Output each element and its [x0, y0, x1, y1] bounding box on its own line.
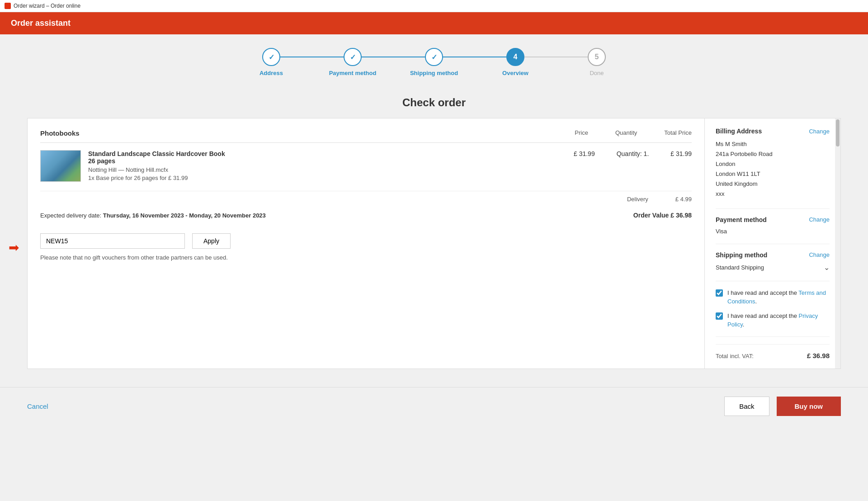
step-label-shipping: Shipping method	[410, 70, 458, 76]
step-circle-shipping	[425, 48, 443, 66]
app-icon	[5, 3, 11, 9]
total-label: Total incl. VAT:	[716, 352, 754, 359]
apply-button[interactable]: Apply	[192, 233, 231, 249]
delivery-price: £ 4.99	[675, 196, 692, 203]
main-content: Check order Photobooks Price Quantity To…	[0, 85, 868, 387]
billing-extra: xxx	[716, 189, 830, 199]
step-circle-overview: 4	[506, 48, 524, 66]
step-address[interactable]: Address	[231, 48, 312, 76]
step-connector-2	[353, 57, 434, 57]
product-price-cols: £ 31.99 Quantity: 1. £ 31.99	[574, 150, 692, 157]
footer: Cancel Back Buy now	[0, 387, 868, 425]
order-total-amount: £ 36.98	[670, 212, 692, 219]
col-quantity: Quantity	[615, 129, 637, 137]
title-bar: Order wizard – Order online	[0, 0, 868, 12]
shipping-method-header: Shipping method Change	[716, 251, 830, 259]
title-bar-text: Order wizard – Order online	[14, 3, 80, 9]
product-image	[41, 151, 80, 181]
stepper-container: Address Payment method Shipping method 4…	[0, 34, 868, 85]
shipping-method-change[interactable]: Change	[809, 251, 830, 258]
billing-postcode: London W11 1LT	[716, 169, 830, 179]
payment-method-title: Payment method	[716, 216, 767, 223]
billing-address1: 241a Portobello Road	[716, 149, 830, 159]
billing-address-header: Billing Address Change	[716, 128, 830, 135]
step-connector-4	[515, 57, 597, 57]
step-label-address: Address	[259, 70, 283, 76]
cancel-button[interactable]: Cancel	[27, 402, 48, 410]
step-label-payment: Payment method	[329, 70, 377, 76]
checkmark-icon-2	[350, 53, 356, 61]
step-number-done: 5	[595, 53, 599, 61]
billing-country: United Kingdom	[716, 179, 830, 189]
payment-method-change[interactable]: Change	[809, 216, 830, 223]
payment-method-header: Payment method Change	[716, 216, 830, 223]
step-circle-payment	[344, 48, 362, 66]
vat-text: incl. VAT:	[730, 353, 754, 359]
page-title: Check order	[27, 85, 841, 118]
product-filename: Notting Hill — Notting Hill.mcfx	[88, 166, 566, 173]
chevron-down-icon: ⌄	[824, 263, 830, 272]
footer-right: Back Buy now	[724, 397, 841, 416]
delivery-date-value: Thursday, 16 November 2023 - Monday, 20 …	[103, 212, 266, 219]
divider-1	[716, 208, 830, 209]
billing-address-change[interactable]: Change	[809, 128, 830, 135]
back-button[interactable]: Back	[724, 397, 769, 416]
section-title-photobooks: Photobooks	[40, 129, 80, 137]
step-shipping[interactable]: Shipping method	[393, 48, 475, 76]
stepper: Address Payment method Shipping method 4…	[231, 48, 637, 76]
step-number-overview: 4	[514, 53, 518, 61]
shipping-method-row: Standard Shipping ⌄	[716, 263, 830, 272]
privacy-checkbox-row: I have read and accept the Privacy Polic…	[716, 312, 830, 329]
product-table-header: Photobooks Price Quantity Total Price	[40, 129, 692, 143]
order-value-row: Expected delivery date: Thursday, 16 Nov…	[40, 207, 692, 226]
app-header-title: Order assistant	[11, 19, 71, 28]
billing-address-title: Billing Address	[716, 128, 762, 135]
order-total: Order Value £ 36.98	[633, 212, 692, 219]
delivery-row: Delivery £ 4.99	[40, 191, 692, 207]
buy-now-button[interactable]: Buy now	[777, 397, 841, 416]
content-wrapper: Photobooks Price Quantity Total Price St…	[27, 118, 841, 369]
product-name: Standard Landscape Classic Hardcover Boo…	[88, 150, 566, 165]
scrollbar-thumb	[836, 119, 840, 147]
total-row: Total incl. VAT: £ 36.98	[716, 344, 830, 359]
app-header: Order assistant	[0, 12, 868, 34]
step-connector-3	[434, 57, 515, 57]
privacy-checkbox[interactable]	[716, 312, 723, 320]
product-row: Standard Landscape Classic Hardcover Boo…	[40, 150, 692, 182]
billing-address-section: Billing Address Change Ms M Smith 241a P…	[716, 128, 830, 199]
delivery-label: Delivery	[627, 196, 648, 203]
billing-name: Ms M Smith	[716, 139, 830, 149]
voucher-note: Please note that no gift vouchers from o…	[40, 254, 692, 261]
delivery-date: Expected delivery date: Thursday, 16 Nov…	[40, 212, 266, 219]
step-payment[interactable]: Payment method	[312, 48, 393, 76]
product-total-price: £ 31.99	[670, 150, 692, 157]
terms-checkbox-row: I have read and accept the Terms and Con…	[716, 288, 830, 306]
payment-method-section: Payment method Change Visa	[716, 216, 830, 235]
scrollbar-track[interactable]	[835, 118, 840, 369]
billing-address-text: Ms M Smith 241a Portobello Road London L…	[716, 139, 830, 199]
right-panel: Billing Address Change Ms M Smith 241a P…	[705, 118, 840, 369]
voucher-container: ➡ Apply Please note that no gift voucher…	[40, 233, 692, 261]
checkmark-icon	[269, 53, 274, 61]
step-overview[interactable]: 4 Overview	[475, 48, 556, 76]
step-connector-1	[271, 57, 353, 57]
product-details: Standard Landscape Classic Hardcover Boo…	[88, 150, 566, 181]
column-headers: Price Quantity Total Price	[575, 129, 692, 137]
step-circle-done: 5	[588, 48, 606, 66]
step-label-done: Done	[590, 70, 604, 76]
shipping-method-title: Shipping method	[716, 251, 767, 259]
voucher-input[interactable]	[40, 233, 185, 249]
divider-3	[716, 281, 830, 281]
step-label-overview: Overview	[502, 70, 528, 76]
product-quantity: Quantity: 1.	[617, 150, 649, 157]
divider-2	[716, 244, 830, 244]
total-amount: £ 36.98	[807, 352, 830, 359]
shipping-method-value: Standard Shipping	[716, 264, 764, 271]
product-price-info: 1x Base price for 26 pages for £ 31.99	[88, 175, 566, 181]
shipping-method-section: Shipping method Change Standard Shipping…	[716, 251, 830, 272]
billing-city: London	[716, 159, 830, 169]
terms-checkbox[interactable]	[716, 289, 723, 297]
col-total-price: Total Price	[664, 129, 692, 137]
terms-label: I have read and accept the Terms and Con…	[727, 288, 830, 306]
arrow-indicator: ➡	[9, 240, 19, 255]
